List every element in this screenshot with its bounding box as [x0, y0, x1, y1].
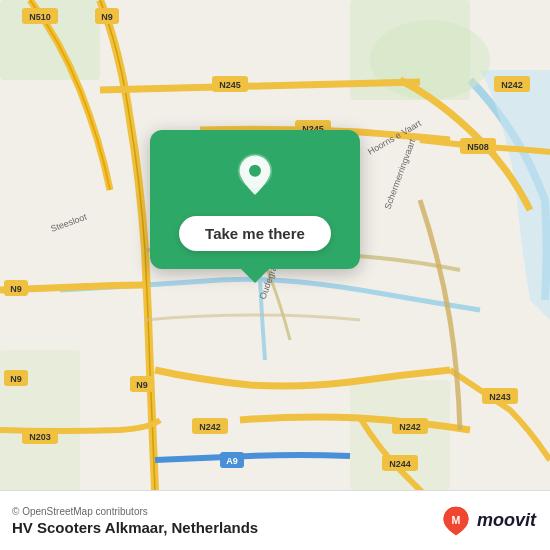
moovit-label: moovit: [477, 510, 536, 531]
svg-text:N244: N244: [389, 459, 411, 469]
svg-text:N242: N242: [501, 80, 523, 90]
location-pin-icon: [231, 152, 279, 200]
svg-text:N9: N9: [10, 284, 22, 294]
svg-text:M: M: [452, 513, 461, 525]
svg-text:N9: N9: [101, 12, 113, 22]
svg-text:N510: N510: [29, 12, 51, 22]
svg-text:N242: N242: [399, 422, 421, 432]
svg-point-4: [370, 20, 490, 100]
svg-text:N9: N9: [136, 380, 148, 390]
moovit-icon: M: [440, 505, 472, 537]
svg-text:Schermerringvaart: Schermerringvaart: [382, 137, 417, 210]
attribution-text: © OpenStreetMap contributors: [12, 506, 258, 517]
moovit-logo: M moovit: [440, 505, 536, 537]
svg-text:N243: N243: [489, 392, 511, 402]
svg-text:N508: N508: [467, 142, 489, 152]
svg-point-43: [249, 165, 261, 177]
bottom-bar: © OpenStreetMap contributors HV Scooters…: [0, 490, 550, 550]
map-container: N510 N9 N245 N245 N242 N508 N9 N9 N9 N20…: [0, 0, 550, 490]
svg-text:N203: N203: [29, 432, 51, 442]
bottom-left-info: © OpenStreetMap contributors HV Scooters…: [12, 506, 258, 536]
svg-text:N242: N242: [199, 422, 221, 432]
take-me-there-button[interactable]: Take me there: [179, 216, 331, 251]
svg-text:Steesloot: Steesloot: [49, 211, 88, 233]
svg-text:N245: N245: [219, 80, 241, 90]
location-name: HV Scooters Alkmaar, Netherlands: [12, 519, 258, 536]
svg-text:N9: N9: [10, 374, 22, 384]
svg-text:A9: A9: [226, 456, 238, 466]
location-popup: Take me there: [150, 130, 360, 269]
